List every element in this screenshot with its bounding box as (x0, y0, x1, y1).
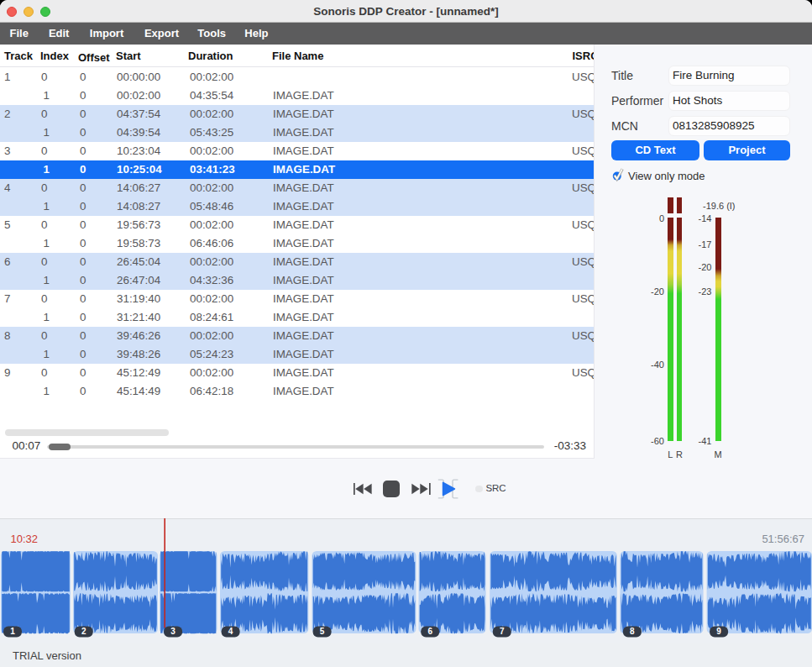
svg-text:6: 6 (427, 627, 432, 636)
svg-text:8: 8 (630, 627, 635, 636)
svg-text:5: 5 (320, 627, 325, 636)
svg-text:9: 9 (716, 627, 721, 636)
svg-text:4: 4 (228, 627, 233, 636)
svg-text:1: 1 (10, 627, 15, 636)
svg-text:2: 2 (81, 627, 86, 636)
svg-text:7: 7 (500, 627, 505, 636)
svg-text:3: 3 (170, 627, 175, 636)
